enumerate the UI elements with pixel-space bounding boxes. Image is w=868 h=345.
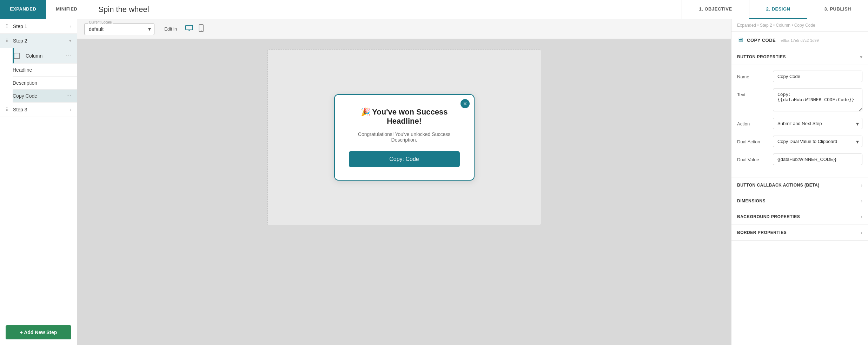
nav-left: EXPANDED MINIFIED [0, 0, 87, 19]
action-select[interactable]: Submit and Next Step [773, 118, 862, 129]
copy-code-label: Copy Code [13, 93, 66, 99]
button-properties-chevron-icon: ▾ [860, 54, 862, 60]
svg-rect-0 [186, 25, 193, 30]
top-tabs: 1. OBJECTIVE 2. DESIGN 3. PUBLISH [682, 0, 868, 19]
dual-value-label: Dual Value [737, 154, 769, 162]
dimensions-section[interactable]: DIMENSIONS › [731, 193, 868, 209]
modal-dialog: ✕ 🎉 You've won Success Headline! Congrat… [334, 94, 475, 181]
text-field-input[interactable] [773, 89, 862, 111]
text-field-label: Text [737, 89, 769, 97]
panel-header: 🖥 COPY CODE e8ba-17e5-d7c2-1d99 [731, 32, 868, 49]
sidebar-item-description[interactable]: Description [13, 77, 77, 90]
dual-action-select[interactable]: Copy Dual Value to Clipboard [773, 136, 862, 147]
description-label: Description [13, 80, 71, 86]
edit-in-label: Edit in [164, 26, 177, 32]
action-select-wrap: Submit and Next Step ▾ [773, 118, 862, 129]
button-properties-header[interactable]: BUTTON PROPERTIES ▾ [731, 49, 868, 65]
modal-description: Congratulations! You've unlocked Success… [349, 131, 460, 143]
modal-close-button[interactable]: ✕ [460, 99, 470, 108]
sidebar-item-step1[interactable]: ⠿ Step 1 › [0, 19, 77, 34]
chevron-right-step3: › [70, 107, 71, 112]
page-title: Spin the wheel [87, 0, 682, 19]
copy-code-options-icon[interactable]: ⋯ [66, 93, 71, 99]
button-properties-title: BUTTON PROPERTIES [737, 54, 786, 59]
field-row-name: Name [737, 71, 862, 82]
svg-point-4 [201, 30, 201, 31]
dimensions-section-title: DIMENSIONS [737, 198, 766, 203]
border-section[interactable]: BORDER PROPERTIES › [731, 225, 868, 241]
dimensions-chevron-icon: › [861, 198, 862, 204]
locale-select[interactable]: default [84, 23, 154, 35]
locale-select-wrap: Current Locale default ▾ [84, 23, 154, 35]
sidebar-item-step2[interactable]: ⠿ Step 2 ▾ [0, 34, 77, 48]
background-section-title: BACKGROUND PROPERTIES [737, 214, 800, 219]
dual-action-field-label: Dual Action [737, 136, 769, 144]
button-properties-fields: Name Text Action Submit and Next Step ▾ … [731, 65, 868, 177]
sidebar-item-copy-code[interactable]: Copy Code ⋯ [13, 90, 77, 103]
modal-copy-button[interactable]: Copy: Code [349, 151, 460, 167]
field-row-action: Action Submit and Next Step ▾ [737, 118, 862, 129]
mobile-view-button[interactable] [197, 23, 205, 35]
panel-id: e8ba-17e5-d7c2-1d99 [781, 38, 819, 43]
action-field-label: Action [737, 118, 769, 126]
field-row-dual-action: Dual Action Copy Dual Value to Clipboard… [737, 136, 862, 147]
tab-publish[interactable]: 3. PUBLISH [807, 0, 868, 19]
border-chevron-icon: › [861, 230, 862, 235]
tab-objective[interactable]: 1. OBJECTIVE [682, 0, 749, 19]
edit-icons [184, 23, 205, 35]
chevron-down-step2: ▾ [69, 38, 71, 43]
chevron-right-step1: › [70, 24, 71, 29]
step2-label: Step 2 [13, 38, 66, 44]
locale-label: Current Locale [88, 20, 113, 24]
breadcrumb-text: Expanded • Step 2 • Column • Copy Code [737, 23, 815, 28]
column-icon [14, 53, 20, 59]
tab-design[interactable]: 2. DESIGN [749, 0, 807, 19]
dual-value-input[interactable] [773, 154, 862, 165]
drag-icon-step3: ⠿ [6, 107, 9, 112]
step3-label: Step 3 [13, 107, 66, 112]
headline-label: Headline [13, 67, 71, 73]
add-step-button[interactable]: + Add New Step [6, 325, 71, 339]
main-layout: ⠿ Step 1 › ⠿ Step 2 ▾ Column ⋯ Headline … [0, 19, 868, 345]
canvas-area: Current Locale default ▾ Edit in [77, 19, 731, 345]
name-field-label: Name [737, 71, 769, 79]
dual-action-select-wrap: Copy Dual Value to Clipboard ▾ [773, 136, 862, 147]
desktop-view-button[interactable] [184, 23, 194, 35]
panel-breadcrumb: Expanded • Step 2 • Column • Copy Code [731, 19, 868, 32]
canvas-frame: ✕ 🎉 You've won Success Headline! Congrat… [267, 50, 541, 225]
column-options-icon[interactable]: ⋯ [66, 52, 71, 59]
sidebar-item-headline[interactable]: Headline [13, 64, 77, 77]
top-nav: EXPANDED MINIFIED Spin the wheel 1. OBJE… [0, 0, 868, 19]
panel-title: COPY CODE [747, 38, 776, 43]
canvas-content: ✕ 🎉 You've won Success Headline! Congrat… [77, 39, 731, 345]
right-panel: Expanded • Step 2 • Column • Copy Code 🖥… [731, 19, 868, 345]
sidebar: ⠿ Step 1 › ⠿ Step 2 ▾ Column ⋯ Headline … [0, 19, 77, 345]
monitor-icon: 🖥 [737, 37, 743, 44]
field-row-dual-value: Dual Value [737, 154, 862, 165]
tab-minified[interactable]: MINIFIED [46, 0, 87, 19]
column-label: Column [26, 53, 62, 59]
sidebar-item-column[interactable]: Column ⋯ [13, 48, 77, 64]
drag-icon-step2: ⠿ [6, 38, 9, 43]
callback-chevron-icon: › [861, 182, 862, 188]
step1-label: Step 1 [13, 24, 66, 29]
background-chevron-icon: › [861, 214, 862, 220]
drag-icon-step1: ⠿ [6, 24, 9, 29]
background-section[interactable]: BACKGROUND PROPERTIES › [731, 209, 868, 225]
tab-expanded[interactable]: EXPANDED [0, 0, 46, 19]
name-field-input[interactable] [773, 71, 862, 82]
modal-headline: 🎉 You've won Success Headline! [349, 108, 460, 126]
callback-section[interactable]: BUTTON CALLBACK ACTIONS (BETA) › [731, 177, 868, 193]
callback-section-title: BUTTON CALLBACK ACTIONS (BETA) [737, 183, 820, 188]
sidebar-item-step3[interactable]: ⠿ Step 3 › [0, 103, 77, 117]
border-section-title: BORDER PROPERTIES [737, 230, 787, 235]
field-row-text: Text [737, 89, 862, 111]
canvas-toolbar: Current Locale default ▾ Edit in [77, 19, 731, 39]
step2-sub: Column ⋯ Headline Description Copy Code … [0, 48, 77, 103]
